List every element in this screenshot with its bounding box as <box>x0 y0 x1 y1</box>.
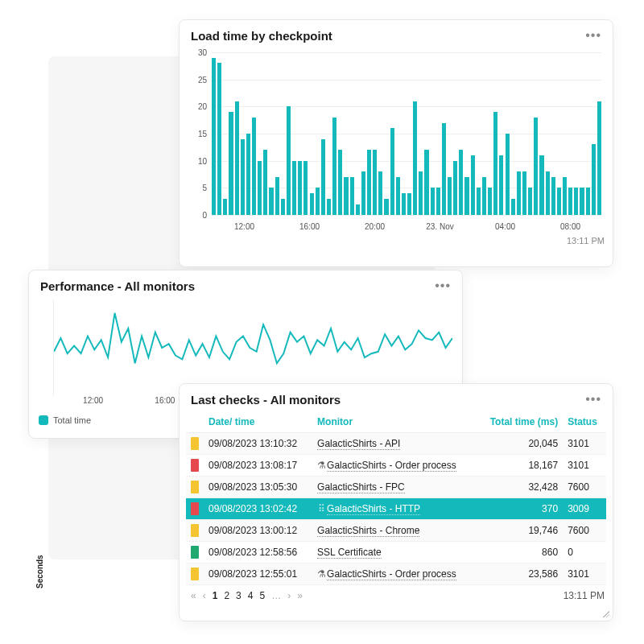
pager-page[interactable]: 5 <box>259 590 265 601</box>
bar <box>563 177 567 215</box>
bar <box>332 118 336 215</box>
ytick: 10 <box>191 156 207 165</box>
bar <box>350 177 354 215</box>
more-icon[interactable]: ••• <box>585 392 601 407</box>
cell-totaltime: 19,746 <box>477 520 563 542</box>
bar <box>522 171 526 215</box>
bar <box>356 204 360 215</box>
bar <box>448 177 452 215</box>
status-chip <box>191 437 199 450</box>
cell-datetime: 09/08/2023 13:05:30 <box>204 477 312 498</box>
ytick: 15 <box>191 130 207 138</box>
cell-datetime: 09/08/2023 12:55:01 <box>204 564 312 585</box>
xtick: 16:00 <box>155 396 175 405</box>
bar <box>327 199 331 215</box>
loadtime-timestamp: 13:11 PM <box>180 234 613 250</box>
cell-totaltime: 860 <box>477 542 563 564</box>
lastchecks-card: Last checks - All monitors ••• Date/ tim… <box>179 383 613 621</box>
bar <box>292 161 296 215</box>
bar <box>303 161 308 215</box>
cell-totaltime: 20,045 <box>477 433 563 455</box>
bar <box>517 171 521 215</box>
loadtime-chart: 051015202530 12:0016:0020:0023. Nov04:00… <box>194 49 605 234</box>
bar <box>241 139 245 215</box>
bar <box>223 199 227 215</box>
flask-icon: ⚗ <box>317 568 325 580</box>
pager-page[interactable]: 2 <box>224 590 229 601</box>
table-row[interactable]: 09/08/2023 13:10:32GalacticShirts - API2… <box>186 433 606 455</box>
pager: «‹12345…›» 13:11 PM <box>180 585 613 606</box>
cell-datetime: 09/08/2023 13:00:12 <box>204 520 312 542</box>
more-icon[interactable]: ••• <box>435 279 451 293</box>
xtick: 04:00 <box>495 222 515 231</box>
cell-monitor: GalacticShirts - API <box>312 433 477 455</box>
bar <box>534 118 538 215</box>
bar <box>361 171 365 215</box>
bar <box>367 150 371 215</box>
col-status[interactable]: Status <box>563 411 606 433</box>
status-chip <box>191 568 199 580</box>
table-row[interactable]: 09/08/2023 12:55:01⚗GalacticShirts - Ord… <box>186 564 606 585</box>
xtick: 12:00 <box>83 396 103 405</box>
cell-monitor: SSL Certificate <box>312 542 477 564</box>
bar <box>229 112 233 215</box>
col-datetime[interactable]: Date/ time <box>204 411 312 433</box>
bar <box>477 188 481 215</box>
bar <box>528 188 532 215</box>
table-row[interactable]: 09/08/2023 12:58:56SSL Certificate8600 <box>186 542 606 564</box>
cell-monitor: ⚗GalacticShirts - Order process <box>312 455 477 477</box>
bar <box>539 155 543 215</box>
table-row[interactable]: 09/08/2023 13:00:12GalacticShirts - Chro… <box>186 520 606 542</box>
bar <box>453 161 457 215</box>
bar <box>246 134 250 215</box>
bar <box>580 188 584 215</box>
bar <box>424 150 428 215</box>
bar <box>586 188 590 215</box>
cell-monitor: ⠿GalacticShirts - HTTP <box>312 498 477 520</box>
bar <box>546 171 550 215</box>
lastchecks-table: Date/ time Monitor Total time (ms) Statu… <box>186 411 606 585</box>
bar <box>574 188 578 215</box>
bar <box>275 177 279 215</box>
pager-page[interactable]: 1 <box>213 590 218 601</box>
cell-totaltime: 18,167 <box>477 455 563 477</box>
loadtime-card: Load time by checkpoint ••• 051015202530… <box>179 19 613 267</box>
resize-grip-icon[interactable] <box>601 609 609 617</box>
bar <box>506 134 510 215</box>
table-row[interactable]: 09/08/2023 13:08:17⚗GalacticShirts - Ord… <box>186 455 606 477</box>
pager-prev[interactable]: ‹ <box>203 590 206 601</box>
bar <box>344 177 348 215</box>
cell-totaltime: 32,428 <box>477 477 563 498</box>
bar <box>557 188 561 215</box>
performance-chart <box>53 299 452 396</box>
status-chip <box>191 502 199 515</box>
pager-page[interactable]: 3 <box>236 590 242 601</box>
cell-totaltime: 23,586 <box>477 564 563 585</box>
xtick: 12:00 <box>234 222 254 231</box>
pager-first[interactable]: « <box>191 590 196 601</box>
bar <box>459 150 463 215</box>
bar <box>499 155 503 215</box>
ytick: 25 <box>191 75 207 84</box>
cell-status: 3009 <box>563 498 606 520</box>
cell-datetime: 09/08/2023 13:02:42 <box>204 498 312 520</box>
pager-page[interactable]: 4 <box>248 590 254 601</box>
bar <box>269 188 273 215</box>
bar <box>592 144 596 215</box>
pager-next[interactable]: › <box>287 590 291 601</box>
col-monitor[interactable]: Monitor <box>312 411 477 433</box>
bar <box>316 188 320 215</box>
cell-status: 7600 <box>563 520 606 542</box>
status-chip <box>191 524 199 537</box>
bar <box>384 199 388 215</box>
bar <box>321 139 325 215</box>
pager-ellipsis[interactable]: … <box>271 590 281 601</box>
table-row[interactable]: 09/08/2023 13:05:30GalacticShirts - FPC3… <box>186 477 606 498</box>
bar <box>378 171 382 215</box>
cell-status: 3101 <box>563 564 606 585</box>
bar <box>471 155 475 215</box>
table-row[interactable]: 09/08/2023 13:02:42⠿GalacticShirts - HTT… <box>186 498 606 520</box>
more-icon[interactable]: ••• <box>585 28 601 43</box>
col-totaltime[interactable]: Total time (ms) <box>477 411 563 433</box>
pager-last[interactable]: » <box>297 590 303 601</box>
